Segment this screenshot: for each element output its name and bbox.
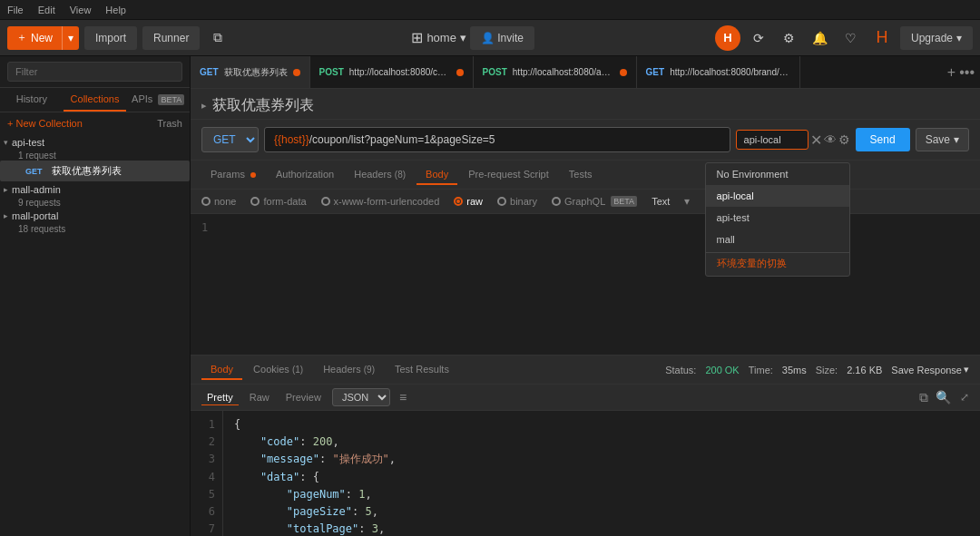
import-button[interactable]: Import bbox=[84, 26, 137, 50]
user-icon-button[interactable]: H bbox=[869, 25, 895, 51]
menu-help[interactable]: Help bbox=[105, 5, 126, 15]
more-tabs-button[interactable]: ••• bbox=[959, 64, 975, 81]
env-option-api-test[interactable]: api-test bbox=[706, 207, 849, 229]
req-tab-headers[interactable]: Headers (8) bbox=[345, 165, 415, 185]
env-display[interactable]: api-local bbox=[736, 130, 808, 150]
new-collection-button[interactable]: + New Collection bbox=[7, 118, 83, 129]
format-preview-button[interactable]: Preview bbox=[280, 390, 327, 404]
line-number-1: 1 bbox=[201, 221, 208, 234]
format-raw-button[interactable]: Raw bbox=[244, 390, 275, 404]
tab-method-2: POST bbox=[483, 67, 507, 77]
text-selector[interactable]: Text bbox=[652, 196, 670, 207]
upgrade-button[interactable]: Upgrade ▾ bbox=[900, 26, 973, 50]
collection-sub-mall-portal: 18 requests bbox=[0, 224, 190, 234]
method-select[interactable]: GET bbox=[201, 127, 259, 152]
env-no-env[interactable]: No Environment bbox=[706, 163, 849, 185]
workspace-label: home bbox=[426, 31, 456, 44]
sidebar-tab-collections[interactable]: Collections bbox=[64, 88, 127, 112]
sidebar-tab-apis[interactable]: APIs BETA bbox=[126, 88, 190, 112]
response-tab-body[interactable]: Body bbox=[201, 360, 242, 380]
tab-2[interactable]: POST http://localhost:8080/admin/... bbox=[474, 56, 637, 88]
sync-icon-button[interactable]: ⟳ bbox=[746, 25, 771, 51]
topbar-right: H ⟳ ⚙ 🔔 ♡ H Upgrade ▾ bbox=[715, 25, 973, 51]
url-display[interactable]: {{host}} /coupon/list?pageNum=1&pageSize… bbox=[264, 127, 730, 152]
body-opt-graphql[interactable]: GraphQL BETA bbox=[552, 196, 637, 207]
save-button[interactable]: Save ▾ bbox=[916, 128, 969, 151]
params-dot bbox=[250, 172, 256, 178]
req-tab-tests[interactable]: Tests bbox=[560, 165, 602, 185]
add-tab-button[interactable]: + bbox=[947, 64, 956, 81]
url-path: /coupon/list?pageNum=1&pageSize=5 bbox=[309, 133, 495, 146]
tab-0[interactable]: GET 获取优惠券列表 bbox=[191, 56, 310, 88]
request-title-area: ▸ 获取优惠券列表 bbox=[191, 89, 980, 120]
env-option-api-local[interactable]: api-local bbox=[706, 185, 849, 207]
response-format-bar: Pretty Raw Preview JSON ≡ ⧉ 🔍 ⤢ bbox=[191, 385, 980, 411]
req-tab-params[interactable]: Params bbox=[201, 165, 265, 185]
request-body-code[interactable]: 1 bbox=[191, 214, 980, 355]
sidebar-tab-history[interactable]: History bbox=[0, 88, 64, 112]
new-button[interactable]: ＋ New ▾ bbox=[7, 26, 79, 50]
req-tab-body[interactable]: Body bbox=[416, 165, 457, 185]
send-button[interactable]: Send bbox=[856, 128, 910, 151]
code-line-4: "data": { bbox=[234, 469, 969, 486]
body-opt-urlencoded[interactable]: x-www-form-urlencoded bbox=[321, 196, 440, 207]
invite-button[interactable]: 👤 Invite bbox=[470, 26, 534, 50]
search-response-icon[interactable]: 🔍 bbox=[936, 390, 951, 405]
menu-view[interactable]: View bbox=[70, 5, 92, 15]
copy-response-icon[interactable]: ⧉ bbox=[919, 390, 928, 405]
trash-button[interactable]: Trash bbox=[157, 118, 182, 129]
graphql-beta: BETA bbox=[611, 196, 637, 207]
line-num-4: 4 bbox=[198, 469, 215, 486]
response-tab-headers[interactable]: Headers (9) bbox=[314, 360, 384, 380]
text-chevron[interactable]: ▾ bbox=[684, 195, 690, 208]
workspace-center: ⊞ home ▾ 👤 Invite bbox=[236, 26, 710, 50]
expand-response-icon[interactable]: ⤢ bbox=[960, 391, 969, 404]
env-close-button[interactable]: ✕ bbox=[810, 132, 822, 149]
size-label: Size: bbox=[816, 365, 838, 375]
env-dropdown-list: No Environment api-local api-test mall 环… bbox=[705, 162, 850, 277]
collection-header-mall-portal[interactable]: ▸ mall-portal bbox=[0, 208, 190, 224]
req-tab-prerequest[interactable]: Pre-request Script bbox=[459, 165, 558, 185]
format-icon[interactable]: ≡ bbox=[399, 390, 407, 404]
search-input[interactable] bbox=[7, 62, 182, 82]
menu-edit[interactable]: Edit bbox=[38, 5, 55, 15]
radio-urlencoded bbox=[321, 197, 330, 206]
body-options: none form-data x-www-form-urlencoded raw… bbox=[191, 190, 980, 214]
heart-icon-button[interactable]: ♡ bbox=[838, 25, 864, 51]
tab-3[interactable]: GET http://localhost:8080/brand/lis... bbox=[637, 56, 800, 88]
body-opt-none[interactable]: none bbox=[201, 196, 236, 207]
tab-url-1: http://localhost:8080/coupo... bbox=[349, 67, 451, 77]
body-opt-binary[interactable]: binary bbox=[497, 196, 537, 207]
status-label: Status: bbox=[665, 365, 696, 375]
format-pretty-button[interactable]: Pretty bbox=[201, 390, 239, 405]
invite-icon: 👤 bbox=[481, 32, 495, 44]
collection-header-api-test[interactable]: ▾ api-test bbox=[0, 134, 190, 151]
response-tab-tests[interactable]: Test Results bbox=[386, 360, 458, 380]
req-tab-auth[interactable]: Authorization bbox=[267, 165, 343, 185]
tab-1[interactable]: POST http://localhost:8080/coupo... bbox=[310, 56, 474, 88]
notification-icon-button[interactable]: 🔔 bbox=[808, 25, 833, 51]
menu-file[interactable]: File bbox=[7, 5, 24, 15]
save-response-button[interactable]: Save Response ▾ bbox=[891, 364, 969, 375]
upgrade-chevron: ▾ bbox=[956, 32, 962, 44]
settings-icon-button[interactable]: ⚙ bbox=[777, 25, 802, 51]
new-dropdown-arrow[interactable]: ▾ bbox=[62, 26, 79, 50]
body-opt-formdata[interactable]: form-data bbox=[250, 196, 306, 207]
response-tab-cookies[interactable]: Cookies (1) bbox=[244, 360, 312, 380]
collection-list: ▾ api-test 1 request GET 获取优惠券列表 ▸ mall-… bbox=[0, 134, 190, 536]
response-code-area[interactable]: 1 2 3 4 5 6 7 { "code": 200, "message": … bbox=[191, 411, 980, 536]
caret-icon: ▾ bbox=[4, 138, 8, 147]
request-item-coupon[interactable]: GET 获取优惠券列表 bbox=[0, 161, 190, 181]
url-host-param: {{host}} bbox=[274, 133, 309, 146]
tab-dot-1 bbox=[456, 69, 464, 76]
format-type-select[interactable]: JSON bbox=[332, 388, 390, 406]
code-line-3: "message": "操作成功", bbox=[234, 451, 969, 468]
env-option-mall[interactable]: mall bbox=[706, 229, 849, 250]
env-gear-button[interactable]: ⚙ bbox=[838, 132, 850, 147]
env-eye-button[interactable]: 👁 bbox=[824, 132, 837, 147]
collection-header-mall-admin[interactable]: ▸ mall-admin bbox=[0, 181, 190, 198]
runner-button[interactable]: Runner bbox=[142, 26, 200, 50]
workspace-button[interactable]: home ▾ bbox=[426, 31, 466, 44]
share-button[interactable]: ⧉ bbox=[205, 25, 230, 51]
body-opt-raw[interactable]: raw bbox=[454, 196, 483, 207]
